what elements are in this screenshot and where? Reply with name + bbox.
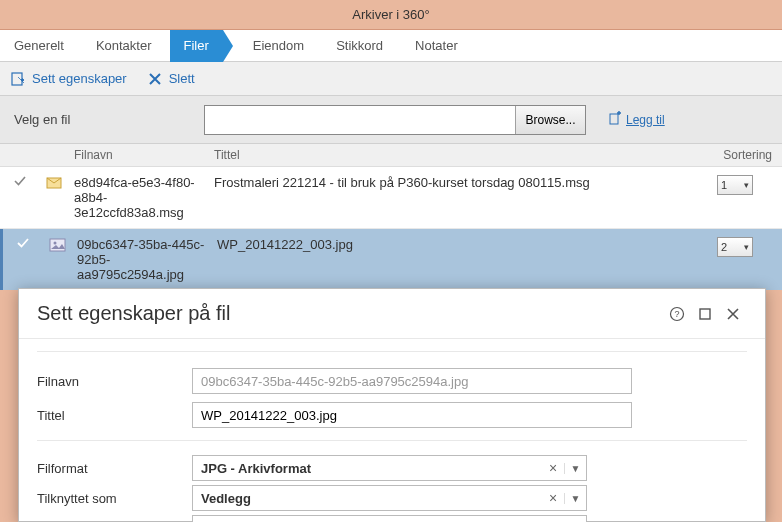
tilknyttet-select[interactable]: Vedlegg × ▼ [192, 485, 587, 511]
grid-header: Filnavn Tittel Sortering [0, 144, 782, 167]
window-titlebar: Arkiver i 360° [0, 0, 782, 30]
sort-value: 2 [721, 241, 727, 253]
chevron-down-icon: ▾ [744, 180, 749, 190]
variant-select[interactable]: A - Arkivformat × ▼ [192, 515, 587, 522]
set-properties-label: Sett egenskaper [32, 71, 127, 86]
field-label-tittel: Tittel [37, 408, 182, 423]
cell-tittel: WP_20141222_003.jpg [213, 237, 717, 252]
help-button[interactable]: ? [663, 300, 691, 328]
filformat-select[interactable]: JPG - Arkivformat × ▼ [192, 455, 587, 481]
field-label-tilknyttet: Tilknyttet som [37, 491, 182, 506]
row-check[interactable] [3, 237, 43, 249]
svg-rect-1 [610, 114, 618, 124]
field-label-filformat: Filformat [37, 461, 182, 476]
filnavn-input [192, 368, 632, 394]
window-title: Arkiver i 360° [352, 7, 429, 22]
sort-select[interactable]: 1 ▾ [717, 175, 753, 195]
col-header-sortering[interactable]: Sortering [717, 148, 782, 162]
file-type-icon [43, 237, 73, 253]
tab-kontakter[interactable]: Kontakter [82, 30, 166, 62]
action-bar: Sett egenskaper Slett [0, 62, 782, 96]
row-check[interactable] [0, 175, 40, 187]
table-row[interactable]: 09bc6347-35ba-445c-92b5-aa9795c2594a.jpg… [0, 229, 782, 290]
cell-filnavn: e8d94fca-e5e3-4f80-a8b4-3e12ccfd83a8.msg [70, 175, 210, 220]
file-picker-label: Velg en fil [14, 112, 184, 127]
delete-action[interactable]: Slett [147, 71, 195, 87]
set-properties-action[interactable]: Sett egenskaper [10, 71, 127, 87]
table-row[interactable]: e8d94fca-e5e3-4f80-a8b4-3e12ccfd83a8.msg… [0, 167, 782, 229]
properties-icon [10, 71, 26, 87]
chevron-down-icon[interactable]: ▼ [564, 463, 586, 474]
file-picker-row: Velg en fil Browse... Legg til [0, 96, 782, 144]
file-type-icon [40, 175, 70, 191]
clear-icon[interactable]: × [542, 460, 564, 476]
chevron-down-icon: ▾ [744, 242, 749, 252]
tab-stikkord[interactable]: Stikkord [322, 30, 397, 62]
sort-select[interactable]: 2 ▾ [717, 237, 753, 257]
browse-button[interactable]: Browse... [515, 106, 585, 134]
delete-label: Slett [169, 71, 195, 86]
col-header-filnavn[interactable]: Filnavn [70, 148, 210, 162]
svg-rect-7 [700, 309, 710, 319]
tittel-input[interactable] [192, 402, 632, 428]
file-grid: Filnavn Tittel Sortering e8d94fca-e5e3-4… [0, 144, 782, 290]
cell-filnavn: 09bc6347-35ba-445c-92b5-aa9795c2594a.jpg [73, 237, 213, 282]
chevron-down-icon[interactable]: ▼ [564, 493, 586, 504]
tab-notater[interactable]: Notater [401, 30, 472, 62]
col-header-tittel[interactable]: Tittel [210, 148, 717, 162]
sort-value: 1 [721, 179, 727, 191]
field-label-filnavn: Filnavn [37, 374, 182, 389]
svg-point-4 [54, 242, 57, 245]
dialog-title: Sett egenskaper på fil [37, 302, 663, 325]
tab-generelt[interactable]: Generelt [0, 30, 78, 62]
svg-text:?: ? [674, 309, 679, 319]
tilknyttet-value: Vedlegg [193, 491, 542, 506]
delete-icon [147, 71, 163, 87]
cell-tittel: Frostmaleri 221214 - til bruk på P360-ku… [210, 175, 717, 190]
add-file-label: Legg til [626, 113, 665, 127]
properties-dialog: Sett egenskaper på fil ? Filnavn Tittel … [18, 288, 766, 522]
tab-filer[interactable]: Filer [170, 30, 223, 62]
clear-icon[interactable]: × [542, 490, 564, 506]
add-icon [608, 111, 622, 128]
maximize-button[interactable] [691, 300, 719, 328]
svg-rect-3 [50, 239, 65, 251]
add-file-link[interactable]: Legg til [608, 111, 665, 128]
close-button[interactable] [719, 300, 747, 328]
tab-bar: Generelt Kontakter Filer Eiendom Stikkor… [0, 30, 782, 62]
file-path-input[interactable] [205, 106, 515, 134]
filformat-value: JPG - Arkivformat [193, 461, 542, 476]
tab-eiendom[interactable]: Eiendom [239, 30, 318, 62]
